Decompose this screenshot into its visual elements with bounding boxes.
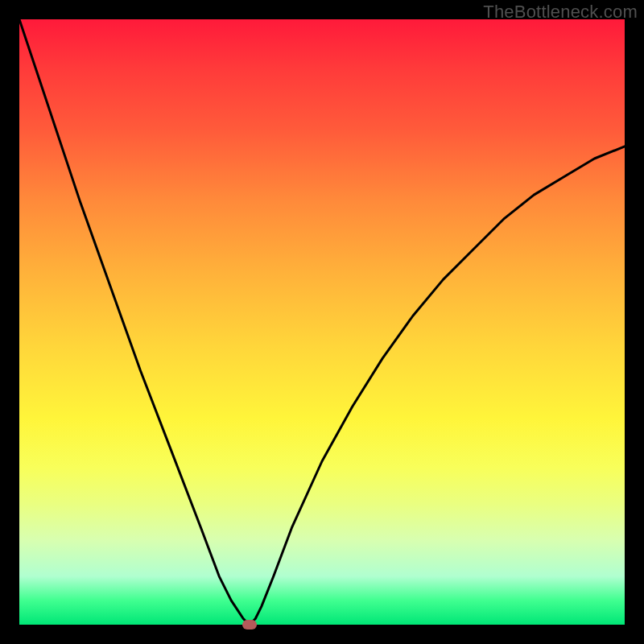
- watermark-text: TheBottleneck.com: [483, 2, 638, 23]
- bottleneck-curve: [19, 19, 625, 625]
- minimum-marker: [242, 620, 257, 630]
